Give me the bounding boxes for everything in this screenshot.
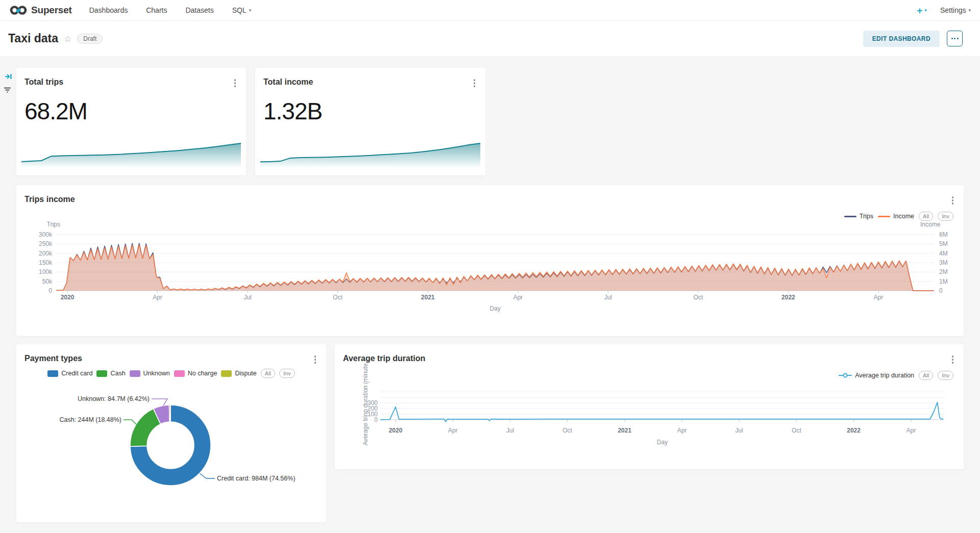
svg-text:100k: 100k <box>39 268 53 275</box>
navbar: Superset Dashboards Charts Datasets SQL▾… <box>0 0 980 21</box>
total-income-sparkline <box>259 141 481 170</box>
svg-text:300k: 300k <box>39 231 53 238</box>
nav-charts[interactable]: Charts <box>146 6 167 14</box>
unknown-swatch <box>130 370 140 377</box>
legend-label: Trips <box>860 213 873 220</box>
legend-item-avg-trip-duration[interactable]: Average trip duration <box>839 372 914 379</box>
legend-item-credit-card[interactable]: Credit card <box>47 370 92 377</box>
svg-text:6M: 6M <box>939 231 948 238</box>
svg-text:50k: 50k <box>42 278 53 285</box>
chevron-down-icon: ▾ <box>968 8 971 13</box>
income-line-swatch <box>878 216 890 217</box>
legend-item-no-charge[interactable]: No charge <box>174 370 217 377</box>
legend-inv-button[interactable]: Inv <box>938 371 953 380</box>
svg-text:Jul: Jul <box>604 294 612 301</box>
legend-label: Average trip duration <box>855 372 914 379</box>
settings-menu[interactable]: Settings ▾ <box>940 6 971 14</box>
more-options-button[interactable] <box>947 31 963 46</box>
svg-text:Jul: Jul <box>506 427 514 434</box>
svg-text:0: 0 <box>48 287 52 294</box>
legend-item-cash[interactable]: Cash <box>96 370 125 377</box>
legend-all-button[interactable]: All <box>261 369 275 378</box>
svg-text:Jul: Jul <box>243 294 251 301</box>
svg-text:2020: 2020 <box>61 294 75 301</box>
no-charge-swatch <box>174 370 185 377</box>
cash-swatch <box>96 370 107 377</box>
legend-item-dispute[interactable]: Dispute <box>221 370 256 377</box>
legend-inv-button[interactable]: Inv <box>279 369 295 378</box>
card-title: Payment types <box>24 354 82 363</box>
legend-item-income[interactable]: Income <box>878 213 914 220</box>
svg-text:2021: 2021 <box>421 294 435 301</box>
chevron-down-icon: ▾ <box>924 8 927 13</box>
payment-types-legend: Credit card Cash Unknown No charge Dispu… <box>16 369 326 378</box>
kebab-menu-icon[interactable] <box>951 195 955 206</box>
dashboard-header: Taxi data ☆ Draft EDIT DASHBOARD <box>0 21 980 56</box>
legend-inv-button[interactable]: Inv <box>938 212 953 221</box>
total-income-value: 1.32B <box>263 97 322 125</box>
svg-text:Oct: Oct <box>792 427 801 434</box>
status-badge: Draft <box>77 34 103 44</box>
total-income-card: Total income 1.32B <box>255 68 485 175</box>
navbar-right: + ▾ Settings ▾ <box>917 6 971 15</box>
svg-text:2022: 2022 <box>847 427 861 434</box>
brand-name: Superset <box>31 5 72 16</box>
card-title: Average trip duration <box>343 354 425 363</box>
legend-item-trips[interactable]: Trips <box>844 213 873 220</box>
svg-text:Apr: Apr <box>513 294 523 301</box>
legend-label: Unknown <box>143 370 170 377</box>
edit-dashboard-button[interactable]: EDIT DASHBOARD <box>863 31 940 47</box>
payment-types-card: Payment types Credit card Cash Unknown N… <box>16 344 326 522</box>
nav-dashboards[interactable]: Dashboards <box>89 6 128 14</box>
card-title: Trips income <box>24 195 75 204</box>
nav-sql[interactable]: SQL▾ <box>232 6 252 14</box>
superset-logo[interactable]: Superset <box>9 4 72 16</box>
svg-text:2022: 2022 <box>781 294 795 301</box>
kebab-menu-icon[interactable] <box>951 354 955 365</box>
svg-text:5M: 5M <box>939 240 948 247</box>
card-title: Total trips <box>24 78 63 87</box>
legend-label: Credit card <box>61 370 92 377</box>
kebab-menu-icon[interactable] <box>313 354 317 365</box>
svg-text:Jul: Jul <box>736 427 743 434</box>
svg-text:250k: 250k <box>39 240 53 247</box>
card-title: Total income <box>263 78 313 87</box>
trips-line-swatch <box>844 216 856 217</box>
superset-infinity-icon <box>9 4 28 16</box>
legend-label: Income <box>893 213 914 220</box>
legend-label: No charge <box>188 370 217 377</box>
svg-text:0: 0 <box>939 287 943 294</box>
kebab-menu-icon[interactable] <box>473 78 477 88</box>
filter-icon[interactable] <box>3 86 12 94</box>
legend-label: Cash <box>110 370 125 377</box>
svg-text:Cash: 244M (18.48%): Cash: 244M (18.48%) <box>59 416 121 423</box>
legend-all-button[interactable]: All <box>919 371 933 380</box>
new-item-button[interactable]: + ▾ <box>917 6 927 15</box>
legend-label: Dispute <box>235 370 256 377</box>
main-nav: Dashboards Charts Datasets SQL▾ <box>89 6 252 14</box>
legend-item-unknown[interactable]: Unknown <box>130 370 170 377</box>
trips-income-legend: Trips Income All Inv <box>844 212 953 221</box>
svg-text:200k: 200k <box>39 250 53 257</box>
svg-text:Apr: Apr <box>153 294 162 301</box>
page-title: Taxi data <box>8 32 58 45</box>
dispute-swatch <box>221 370 232 377</box>
nav-datasets[interactable]: Datasets <box>185 6 213 14</box>
favorite-star-icon[interactable]: ☆ <box>64 34 71 44</box>
legend-all-button[interactable]: All <box>919 212 933 221</box>
avg-trip-duration-card: Average trip duration Average trip durat… <box>335 344 964 469</box>
svg-text:Oct: Oct <box>333 294 342 301</box>
avg-trip-duration-legend: Average trip duration All Inv <box>839 371 953 380</box>
svg-text:Oct: Oct <box>562 427 572 434</box>
trips-income-card: Trips income Trips Income All Inv 0050k1… <box>16 185 964 336</box>
kebab-menu-icon[interactable] <box>233 78 237 88</box>
svg-text:Apr: Apr <box>448 427 458 434</box>
svg-text:Trips: Trips <box>47 221 60 228</box>
svg-text:Apr: Apr <box>677 427 687 434</box>
line-circle-swatch <box>839 373 852 378</box>
expand-filter-bar-icon[interactable] <box>4 72 13 81</box>
trips-income-chart: 0050k1M100k2M150k3M200k4M250k5M300k6MTri… <box>16 185 964 336</box>
credit-card-swatch <box>47 370 58 377</box>
svg-text:Credit card: 984M (74.56%): Credit card: 984M (74.56%) <box>217 475 296 482</box>
svg-text:Apr: Apr <box>874 294 884 301</box>
